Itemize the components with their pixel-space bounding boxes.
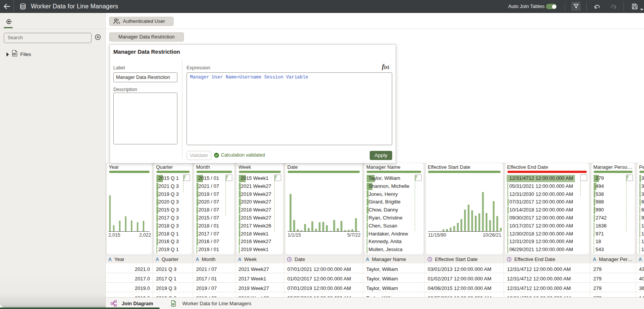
svg-text:2,015: 2,015 (108, 232, 120, 238)
svg-text:5/7/22: 5/7/22 (347, 232, 361, 238)
svg-text:2,022: 2,022 (139, 232, 151, 238)
svg-text:CSV: CSV (172, 304, 175, 305)
svg-text:1/1/15: 1/1/15 (288, 232, 301, 238)
svg-text:10/26/21: 10/26/21 (483, 232, 501, 238)
svg-text:11/15/90: 11/15/90 (428, 232, 446, 238)
